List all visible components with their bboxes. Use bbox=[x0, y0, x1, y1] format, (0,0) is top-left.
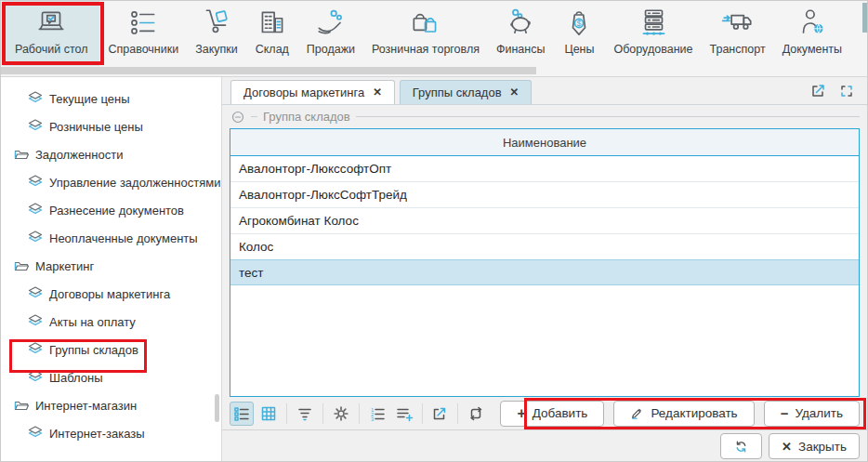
numbered-list-icon: 1 2 3 bbox=[368, 404, 387, 423]
ribbon-item-desktop[interactable]: Рабочий стол bbox=[3, 1, 99, 66]
ribbon-label: Документы bbox=[783, 43, 842, 56]
sidebar-folder-marketing[interactable]: Маркетинг bbox=[1, 252, 221, 280]
numbered-list-button[interactable]: 1 2 3 bbox=[365, 402, 389, 426]
ribbon-label: Склад bbox=[256, 43, 289, 56]
ribbon-item-equipment[interactable]: Оборудование bbox=[605, 1, 701, 66]
close-button-label: Закрыть bbox=[798, 440, 847, 454]
close-icon[interactable]: ✕ bbox=[373, 87, 382, 99]
sidebar-item-label: Разнесение документов bbox=[49, 204, 184, 218]
sidebar-item-warehouse-groups[interactable]: Группы складов bbox=[1, 336, 221, 363]
ribbon-item-finance[interactable]: Финансы bbox=[488, 1, 553, 66]
svg-text:3: 3 bbox=[371, 416, 375, 422]
close-button[interactable]: ✕ Закрыть bbox=[769, 433, 860, 459]
sidebar-item-payment-acts[interactable]: Акты на оплату bbox=[1, 308, 221, 336]
main-panel: Договоры маркетинга ✕ Группы складов ✕ bbox=[222, 77, 867, 462]
ribbon-label: Рабочий стол bbox=[15, 43, 87, 56]
sidebar-item-label: Шаблоны bbox=[49, 371, 103, 385]
toolbar-separator bbox=[286, 403, 287, 424]
ribbon-label: Продажи bbox=[307, 43, 355, 56]
plus-icon: + bbox=[517, 406, 525, 421]
tab-warehouse-groups[interactable]: Группы складов ✕ bbox=[400, 80, 532, 104]
purchases-icon bbox=[199, 6, 234, 41]
tab-label: Договоры маркетинга bbox=[243, 86, 364, 99]
refresh-icon bbox=[733, 439, 749, 455]
sidebar-item-marketing-contracts[interactable]: Договоры маркетинга bbox=[1, 280, 221, 308]
filter-button[interactable] bbox=[293, 402, 317, 426]
ribbon-item-sales[interactable]: Продажи bbox=[298, 1, 363, 66]
ribbon-item-transport[interactable]: Транспорт bbox=[702, 1, 774, 66]
sidebar-scrollbar[interactable] bbox=[215, 394, 219, 422]
ribbon-scrollbar[interactable] bbox=[1, 67, 536, 74]
sidebar-item-label: Акты на оплату bbox=[49, 315, 136, 329]
reload-button[interactable] bbox=[464, 402, 488, 426]
retail-icon bbox=[408, 6, 443, 41]
svg-text:$: $ bbox=[577, 19, 582, 28]
directories-icon bbox=[125, 6, 161, 41]
ribbon-item-retail[interactable]: Розничная торговля bbox=[363, 1, 488, 66]
cut-off-element bbox=[862, 3, 867, 33]
edit-button[interactable]: Редактировать bbox=[613, 401, 754, 427]
toolbar-separator bbox=[457, 403, 458, 424]
ribbon-bar: Рабочий стол Справочники Закупки bbox=[1, 1, 867, 77]
popout-icon[interactable] bbox=[809, 82, 827, 100]
close-icon[interactable]: ✕ bbox=[510, 87, 519, 99]
delete-button[interactable]: − Удалить bbox=[764, 401, 860, 427]
fullscreen-icon[interactable] bbox=[837, 82, 856, 100]
table-row[interactable]: Авалонторг-ЛюкссофтОпт bbox=[230, 156, 859, 182]
sidebar-folder-online-store[interactable]: Интернет-магазин bbox=[1, 391, 221, 419]
prices-icon: $ bbox=[561, 6, 597, 41]
sidebar-item-label: Интернет-магазин bbox=[35, 399, 137, 413]
table-row[interactable]: Авалонторг-ЛюксСофтТрейд bbox=[230, 182, 859, 208]
delete-button-label: Удалить bbox=[795, 406, 843, 420]
toolbar-separator bbox=[359, 403, 360, 424]
sidebar-item-unpaid-docs[interactable]: Неоплаченные документы bbox=[1, 224, 221, 252]
legend-dash bbox=[251, 116, 257, 117]
sidebar-item-label: Управление задолженностями bbox=[49, 176, 220, 190]
panel-legend: Группа складов bbox=[222, 105, 867, 128]
legend-label: Группа складов bbox=[263, 110, 350, 124]
list-view-button[interactable] bbox=[230, 402, 254, 426]
sidebar-folder-debts[interactable]: Задолженности bbox=[1, 140, 221, 168]
ribbon-item-prices[interactable]: $ Цены bbox=[553, 1, 605, 66]
ribbon-item-documents[interactable]: Документы bbox=[774, 1, 850, 66]
sidebar-item-retail-prices[interactable]: Розничные цены bbox=[1, 112, 221, 140]
ribbon-item-warehouse[interactable]: Склад bbox=[246, 1, 298, 66]
reload-icon bbox=[467, 404, 485, 423]
finance-icon bbox=[503, 6, 538, 41]
grid-view-button[interactable] bbox=[256, 402, 281, 426]
tab-marketing-contracts[interactable]: Договоры маркетинга ✕ bbox=[230, 80, 395, 104]
table-row[interactable]: Агрокомбинат Колос bbox=[230, 208, 859, 234]
warehouse-icon bbox=[255, 6, 290, 41]
sidebar-item-label: Розничные цены bbox=[49, 120, 143, 134]
sidebar-item-templates[interactable]: Шаблоны bbox=[1, 363, 221, 391]
sidebar-item-label: Договоры маркетинга bbox=[49, 287, 170, 301]
add-button[interactable]: + Добавить bbox=[500, 401, 604, 427]
data-grid: Наименование Авалонторг-ЛюкссофтОпт Авал… bbox=[230, 128, 860, 397]
ribbon-item-directories[interactable]: Справочники bbox=[99, 1, 187, 66]
add-row-button[interactable] bbox=[392, 402, 416, 426]
open-external-icon bbox=[430, 404, 449, 423]
sidebar-item-online-orders[interactable]: Интернет-заказы bbox=[1, 419, 221, 447]
sidebar-item-current-prices[interactable]: Текущие цены bbox=[1, 85, 221, 112]
ribbon-label: Розничная торговля bbox=[372, 43, 480, 56]
layers-icon bbox=[27, 369, 44, 386]
settings-gear-icon bbox=[332, 404, 350, 423]
documents-icon bbox=[795, 6, 830, 41]
open-external-button[interactable] bbox=[428, 402, 453, 426]
ribbon-label: Транспорт bbox=[710, 43, 766, 56]
refresh-button[interactable] bbox=[720, 433, 762, 459]
table-row-selected[interactable]: тест bbox=[230, 259, 859, 285]
ribbon-item-purchases[interactable]: Закупки bbox=[187, 1, 246, 66]
pencil-icon bbox=[630, 406, 644, 420]
sidebar-item-label: Группы складов bbox=[49, 343, 138, 357]
sidebar-item-debt-management[interactable]: Управление задолженностями bbox=[1, 168, 221, 196]
collapse-icon[interactable] bbox=[230, 110, 245, 125]
transport-icon bbox=[720, 6, 756, 41]
sidebar-nav: Текущие цены Розничные цены Задолженност… bbox=[1, 77, 222, 462]
table-row[interactable]: Колос bbox=[230, 234, 859, 260]
settings-button[interactable] bbox=[329, 402, 353, 426]
layers-icon bbox=[27, 230, 44, 246]
layers-icon bbox=[27, 341, 44, 358]
sidebar-item-doc-allocation[interactable]: Разнесение документов bbox=[1, 196, 221, 224]
column-header[interactable]: Наименование bbox=[230, 129, 859, 156]
